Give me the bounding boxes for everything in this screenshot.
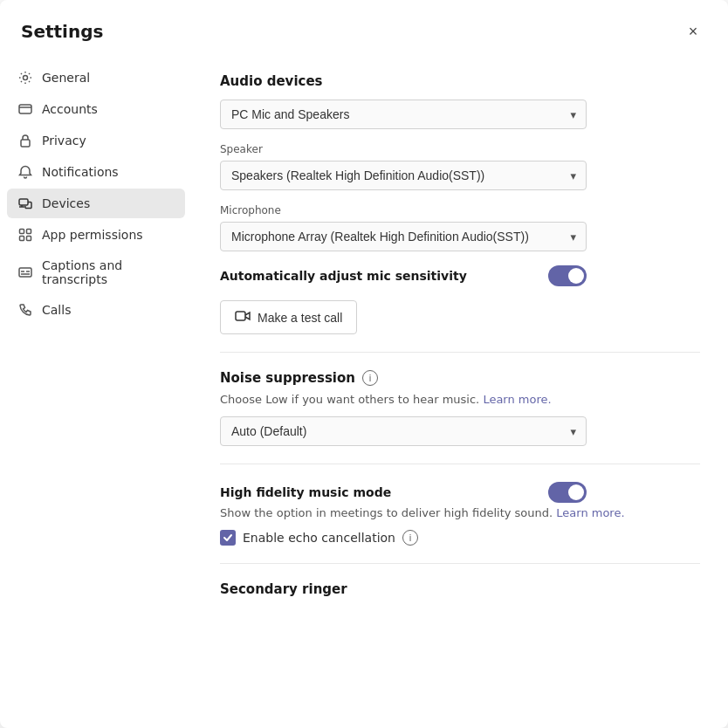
sidebar-item-privacy-label: Privacy [42, 134, 86, 148]
sidebar-item-devices[interactable]: Devices [7, 189, 185, 218]
audio-devices-title: Audio devices [220, 73, 700, 89]
sidebar-item-devices-label: Devices [42, 196, 90, 210]
sidebar-item-app-permissions-label: App permissions [42, 228, 143, 242]
lock-icon [17, 133, 33, 148]
settings-dialog: Settings × General [0, 0, 728, 728]
auto-adjust-label: Automatically adjust mic sensitivity [220, 269, 467, 283]
echo-cancel-checkbox[interactable] [220, 530, 236, 546]
toggle-track [548, 265, 587, 286]
phone-icon [17, 302, 33, 318]
bell-icon [17, 164, 33, 180]
svg-rect-8 [19, 268, 31, 277]
noise-select[interactable]: Auto (Default)HighLowOff [220, 416, 587, 446]
sidebar-item-general-label: General [42, 71, 90, 85]
toggle-thumb [568, 268, 584, 284]
auto-adjust-row: Automatically adjust mic sensitivity [220, 265, 587, 286]
hifi-toggle[interactable] [548, 482, 587, 503]
sidebar-item-privacy[interactable]: Privacy [7, 126, 185, 155]
microphone-select[interactable]: Microphone Array (Realtek High Definitio… [220, 222, 587, 251]
sidebar-item-notifications[interactable]: Notifications [7, 157, 185, 187]
speaker-label: Speaker [220, 143, 700, 155]
captions-icon [17, 264, 33, 280]
svg-rect-5 [27, 230, 31, 234]
sidebar: General Accounts Privacy [0, 59, 192, 728]
sidebar-item-captions-label: Captions and transcripts [42, 258, 175, 286]
noise-title: Noise suppression [220, 370, 355, 386]
devices-icon [17, 196, 33, 211]
svg-rect-4 [20, 230, 24, 234]
svg-point-0 [24, 76, 28, 80]
test-call-button[interactable]: Make a test call [220, 300, 357, 334]
dialog-body: General Accounts Privacy [0, 59, 728, 728]
echo-cancel-row: Enable echo cancellation i [220, 530, 700, 546]
divider-2 [220, 464, 700, 464]
svg-rect-9 [236, 312, 245, 320]
sidebar-item-calls[interactable]: Calls [7, 295, 185, 325]
speaker-select[interactable]: Speakers (Realtek High Definition Audio(… [220, 161, 587, 190]
hifi-desc: Show the option in meetings to deliver h… [220, 506, 700, 519]
audio-devices-wrapper: PC Mic and SpeakersDefault Device ▾ [220, 100, 587, 129]
divider-3 [220, 563, 700, 564]
sidebar-item-app-permissions[interactable]: App permissions [7, 220, 185, 250]
test-call-label: Make a test call [258, 311, 342, 325]
svg-rect-1 [19, 105, 31, 113]
dialog-header: Settings × [0, 0, 728, 59]
svg-rect-7 [27, 237, 31, 241]
sidebar-item-accounts-label: Accounts [42, 102, 98, 116]
audio-devices-select[interactable]: PC Mic and SpeakersDefault Device [220, 100, 587, 129]
svg-rect-3 [19, 199, 28, 205]
hifi-row: High fidelity music mode [220, 482, 587, 503]
auto-adjust-toggle[interactable] [548, 265, 587, 286]
microphone-wrapper: Microphone Array (Realtek High Definitio… [220, 222, 587, 251]
main-content: Audio devices PC Mic and SpeakersDefault… [192, 59, 728, 728]
close-button[interactable]: × [679, 17, 707, 45]
apps-icon [17, 227, 33, 243]
sidebar-item-notifications-label: Notifications [42, 165, 119, 179]
hifi-label: High fidelity music mode [220, 485, 391, 499]
dialog-title: Settings [21, 21, 103, 42]
sidebar-item-general[interactable]: General [7, 63, 185, 93]
video-call-icon [235, 308, 251, 326]
hifi-toggle-track [548, 482, 587, 503]
noise-desc: Choose Low if you want others to hear mu… [220, 393, 700, 406]
noise-header: Noise suppression i [220, 370, 700, 386]
sidebar-item-accounts[interactable]: Accounts [7, 94, 185, 124]
sidebar-item-captions[interactable]: Captions and transcripts [7, 251, 185, 293]
svg-rect-6 [20, 237, 24, 241]
secondary-ringer-title: Secondary ringer [220, 581, 700, 597]
echo-info-icon[interactable]: i [402, 530, 418, 546]
hifi-toggle-thumb [568, 484, 584, 500]
gear-icon [17, 70, 33, 86]
speaker-wrapper: Speakers (Realtek High Definition Audio(… [220, 161, 587, 190]
accounts-icon [17, 101, 33, 117]
noise-info-icon[interactable]: i [362, 370, 378, 386]
noise-select-wrapper: Auto (Default)HighLowOff ▾ [220, 416, 587, 446]
noise-learn-more-link[interactable]: Learn more. [483, 393, 551, 406]
divider-1 [220, 352, 700, 353]
svg-rect-2 [21, 140, 30, 147]
microphone-label: Microphone [220, 204, 700, 216]
hifi-learn-more-link[interactable]: Learn more. [556, 506, 624, 519]
sidebar-item-calls-label: Calls [42, 303, 71, 317]
echo-cancel-label: Enable echo cancellation [243, 531, 395, 545]
